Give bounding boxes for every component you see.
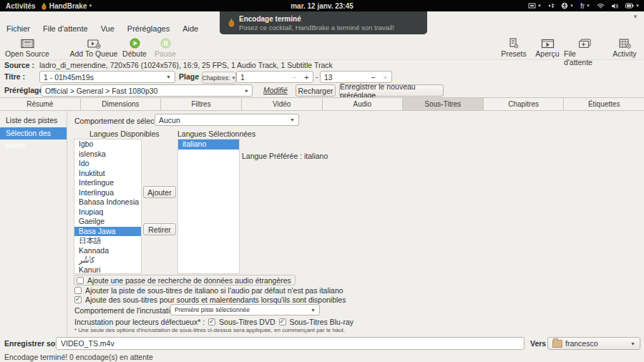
chevron-down-icon: ▼: [231, 76, 235, 80]
bluray-subtitles-checkbox[interactable]: [279, 318, 286, 326]
dvd-subtitles-checkbox[interactable]: [208, 318, 215, 326]
title-select[interactable]: 1 - 01h45m19s ▼: [39, 71, 175, 83]
selected-languages-list[interactable]: italiano: [177, 139, 240, 274]
tab-audio[interactable]: Audio: [323, 98, 404, 110]
list-item[interactable]: Inupiaq: [74, 207, 141, 217]
checkbox[interactable]: [74, 287, 82, 294]
list-item[interactable]: Interlingue: [74, 178, 141, 188]
battery-indicator[interactable]: ▼: [625, 3, 640, 9]
input-source-indicator[interactable]: [548, 3, 555, 9]
range-label: Plage :: [179, 72, 203, 81]
chevron-down-icon: ▼: [537, 4, 542, 8]
tab-filtres[interactable]: Filtres: [161, 98, 242, 110]
list-item[interactable]: 日本語: [74, 236, 141, 246]
keyboard-layout-indicator[interactable]: fr ▼: [580, 2, 590, 10]
tab-etiquettes[interactable]: Étiquettes: [564, 98, 644, 110]
add-to-queue-button[interactable]: Add To Queue: [69, 37, 119, 58]
list-item[interactable]: Bahasa Indonesia: [74, 197, 141, 207]
tab-chapitres[interactable]: Chapitres: [484, 98, 565, 110]
minus-button[interactable]: −: [367, 73, 379, 82]
tab-sous-titres[interactable]: Sous-Titres: [403, 98, 484, 110]
tool-label: Activity: [613, 49, 636, 58]
filename-input[interactable]: [56, 337, 525, 350]
tab-dimensions[interactable]: Dimensions: [81, 98, 162, 110]
preset-select[interactable]: Official > General > Fast 1080p30 ▸: [41, 84, 253, 97]
list-item-selected[interactable]: Basa Jawa: [74, 227, 141, 237]
save-new-preset-button[interactable]: Enregistrer le nouveau préréglage: [339, 84, 444, 97]
film-source-icon: [21, 37, 34, 49]
activity-icon: [619, 37, 631, 49]
defective-players-label: Incrustation pour lecteurs défectueux* :: [74, 318, 205, 326]
burn-in-behavior-select[interactable]: Première piste sélectionnée ▼: [170, 304, 320, 315]
tool-label: Presets: [501, 49, 527, 58]
list-item[interactable]: Kannada: [74, 246, 141, 256]
list-item[interactable]: Gaeilge: [74, 217, 141, 227]
list-item[interactable]: Igbo: [74, 140, 141, 150]
play-icon: [130, 37, 140, 49]
destination-select[interactable]: francesco ▼: [547, 337, 640, 350]
checkbox[interactable]: [77, 277, 84, 284]
notification-toast[interactable]: Encodage terminé Posez ce cocktail, Hand…: [220, 11, 427, 34]
add-language-button[interactable]: Ajouter: [143, 186, 176, 198]
menu-file-dattente[interactable]: File d'attente: [36, 21, 94, 36]
list-item[interactable]: كٲشُر: [74, 255, 141, 265]
handbrake-pineapple-icon: [227, 18, 236, 27]
foreign-audio-search-checkbox[interactable]: Ajoute une passe de recherche de données…: [74, 275, 296, 285]
add-subtitle-track-checkbox[interactable]: Ajouter la piste de sous-titres de itali…: [74, 285, 343, 295]
selection-behavior-select[interactable]: Aucun ▼: [155, 114, 299, 126]
title-label: Titre :: [4, 72, 25, 81]
notification-title: Encodage terminé: [239, 15, 301, 23]
tab-resume[interactable]: Résumé: [0, 98, 81, 110]
preview-button[interactable]: Aperçu: [532, 37, 562, 58]
list-item[interactable]: Kanuri: [74, 265, 141, 275]
add-to-queue-icon: [87, 37, 101, 49]
list-item-selected[interactable]: italiano: [178, 140, 239, 150]
plus-button[interactable]: +: [301, 73, 313, 82]
screen-cast-indicator[interactable]: ▼: [528, 3, 542, 9]
chevron-down-icon: ▼: [290, 117, 295, 122]
orca-accessibility-indicator[interactable]: ▼: [561, 2, 574, 9]
wifi-icon[interactable]: [597, 3, 605, 9]
volume-icon[interactable]: [611, 3, 619, 9]
chevron-down-icon: ▼: [570, 4, 574, 8]
chapter-start-spinner[interactable]: 1 − +: [236, 71, 313, 83]
save-row: Enregistrer sous : Vers : francesco ▼: [0, 336, 644, 352]
selected-languages-header: Langues Sélectionnées: [177, 129, 255, 138]
checkbox[interactable]: [74, 296, 82, 303]
open-source-button[interactable]: Open Source: [1, 37, 53, 58]
menu-vue[interactable]: Vue: [94, 21, 121, 36]
reload-preset-button[interactable]: Recharger: [296, 84, 336, 97]
sidebar-item-liste-des-pistes[interactable]: Liste des pistes: [0, 114, 67, 127]
chevron-down-icon: ▼: [635, 4, 640, 8]
close-icon[interactable]: ×: [631, 12, 640, 21]
presets-button[interactable]: Presets: [497, 37, 531, 58]
handbrake-screen: Activités HandBrake ▼ mar. 12 janv. 23:4…: [0, 0, 644, 362]
folder-icon: [552, 340, 562, 348]
gnome-top-bar: Activités HandBrake ▼ mar. 12 janv. 23:4…: [0, 0, 644, 11]
chevron-down-icon: ▼: [586, 4, 590, 8]
list-item[interactable]: Inuktitut: [74, 169, 141, 179]
list-item[interactable]: islenska: [74, 150, 141, 160]
list-item[interactable]: Interlingua: [74, 188, 141, 198]
remove-language-button[interactable]: Retirer: [143, 223, 176, 235]
status-bar: Encodage terminé! 0 encodage(s) en atten…: [0, 352, 644, 362]
available-languages-list[interactable]: Igbo islenska Ido Inuktitut Interlingue …: [74, 139, 142, 274]
title-row: Titre : 1 - 01h45m19s ▼ Plage : Chapitre…: [0, 71, 644, 84]
menu-aide[interactable]: Aide: [176, 21, 205, 36]
menu-fichier[interactable]: Fichier: [0, 21, 36, 36]
tab-video[interactable]: Vidéo: [242, 98, 323, 110]
chapter-end-spinner[interactable]: 13 − +: [320, 71, 392, 83]
sdh-subtitles-checkbox[interactable]: Ajoute des sous-titres pour sourds et ma…: [74, 295, 346, 304]
defective-players-row: Incrustation pour lecteurs défectueux* :…: [74, 318, 353, 326]
queue-icon: [578, 37, 592, 49]
list-item[interactable]: Ido: [74, 159, 141, 169]
available-languages-header: Langues Disponibles: [89, 129, 159, 138]
preset-row: Préréglage : Official > General > Fast 1…: [0, 84, 644, 97]
activity-button[interactable]: Activity: [608, 37, 641, 58]
menu-prereglages[interactable]: Préréglages: [121, 21, 176, 36]
range-type-select[interactable]: Chapitres: ▼: [202, 72, 236, 84]
start-button[interactable]: Débute: [118, 37, 151, 58]
chevron-down-icon: ▼: [630, 341, 635, 346]
source-label: Source :: [4, 61, 34, 69]
sidebar-item-selection-des-pistes[interactable]: Sélection des pistes: [0, 127, 67, 140]
